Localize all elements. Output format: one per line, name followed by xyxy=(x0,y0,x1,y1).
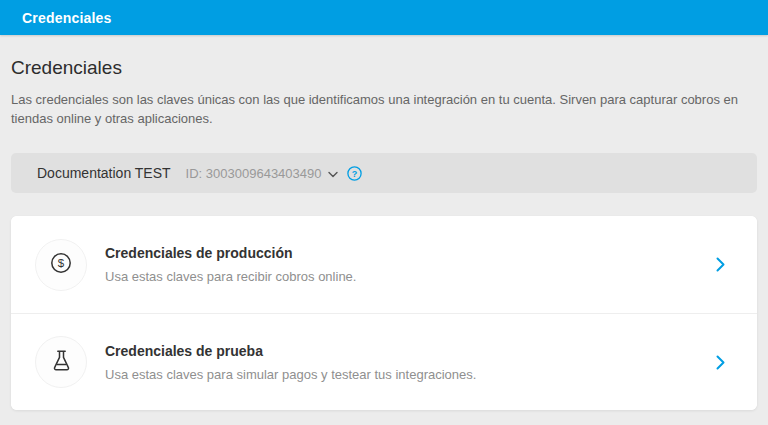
svg-text:?: ? xyxy=(351,169,357,179)
row-title: Credenciales de producción xyxy=(105,245,356,261)
application-id-label: ID: 3003009643403490 xyxy=(186,166,322,181)
page-description: Las credenciales son las claves únicas c… xyxy=(11,90,751,128)
credentials-card: $ Credenciales de producción Usa estas c… xyxy=(11,216,757,410)
app-bar-title: Credenciales xyxy=(22,10,112,26)
help-icon[interactable]: ? xyxy=(347,166,362,181)
page-title: Credenciales xyxy=(11,57,757,79)
row-subtitle: Usa estas claves para simular pagos y te… xyxy=(105,367,476,382)
chevron-right-icon xyxy=(716,355,725,370)
row-subtitle: Usa estas claves para recibir cobros onl… xyxy=(105,269,356,284)
row-text: Credenciales de producción Usa estas cla… xyxy=(105,245,356,284)
avatar: $ xyxy=(35,239,87,291)
test-credentials-row[interactable]: Credenciales de prueba Usa estas claves … xyxy=(11,313,757,410)
application-name: Documentation TEST xyxy=(37,165,171,181)
app-bar: Credenciales xyxy=(0,0,768,35)
application-id[interactable]: ID: 3003009643403490 xyxy=(186,166,338,181)
svg-text:$: $ xyxy=(58,257,65,269)
chevron-down-icon xyxy=(328,171,338,178)
avatar xyxy=(35,336,87,388)
flask-icon xyxy=(51,349,72,376)
production-credentials-row[interactable]: $ Credenciales de producción Usa estas c… xyxy=(11,216,757,313)
row-title: Credenciales de prueba xyxy=(105,343,476,359)
dollar-coin-icon: $ xyxy=(49,251,73,279)
chevron-right-icon xyxy=(716,257,725,272)
row-text: Credenciales de prueba Usa estas claves … xyxy=(105,343,476,382)
main-content: Credenciales Las credenciales son las cl… xyxy=(0,57,768,410)
application-selector[interactable]: Documentation TEST ID: 3003009643403490 … xyxy=(11,153,757,193)
